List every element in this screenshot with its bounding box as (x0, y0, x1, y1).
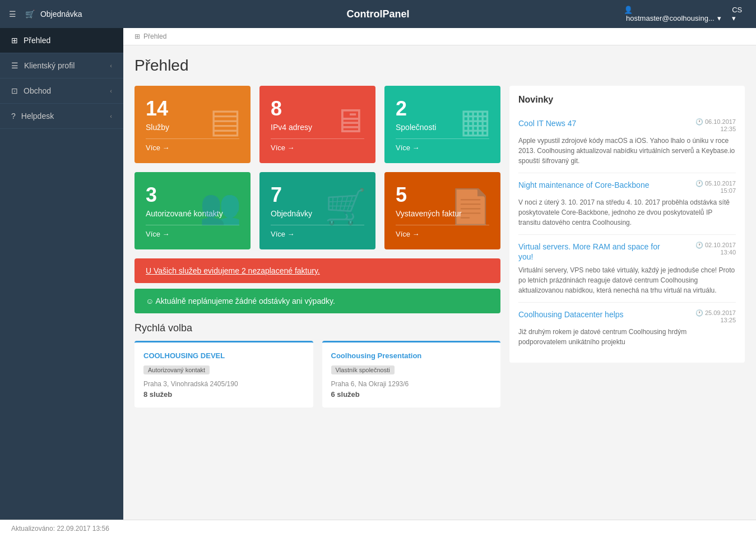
chevron-right-icon: ‹ (110, 113, 112, 119)
quick-cards: COOLHOUSING DEVEL Autorizovaný kontakt P… (134, 341, 500, 408)
two-column-layout: 14 Služby Více → ▤ 8 IPv4 adresy Více → … (134, 86, 745, 408)
user-chevron-icon: ▾ (717, 14, 721, 22)
news-item-1: Night maintenance of Core-Backbone 🕐 05.… (518, 173, 736, 235)
stat-icon: 📄 (449, 187, 491, 226)
stat-icon: ▦ (460, 101, 491, 140)
stat-card-2[interactable]: 2 Společnosti Více → ▦ (384, 86, 500, 163)
sidebar: ⊞ Přehled ☰ Klientský profil ‹ ⊡ Obchod … (0, 28, 123, 520)
topnav-left: ☰ 🛒 Objednávka (9, 10, 132, 18)
invoice-alert-link[interactable]: U Vašich služeb evidujeme 2 nezaplacené … (146, 266, 320, 275)
sidebar-icon: ? (11, 112, 16, 121)
right-column: Novinky Cool IT News 47 🕐 06.10.201712:3… (509, 86, 745, 408)
left-column: 14 Služby Více → ▤ 8 IPv4 adresy Více → … (134, 86, 500, 408)
sidebar-icon: ⊡ (11, 86, 18, 95)
topnav: ☰ 🛒 Objednávka ControlPanel 👤 hostmaster… (0, 0, 756, 28)
quick-card-badge: Autorizovaný kontakt (143, 365, 210, 374)
stat-card-4[interactable]: 7 Objednávky Více → 🛒 (259, 172, 375, 249)
quick-card-address: Praha 6, Na Okraji 1293/6 (331, 380, 492, 388)
breadcrumb: ⊞ Přehled (123, 28, 756, 45)
news-item-2: Virtual servers. More RAM and space for … (518, 235, 736, 303)
breadcrumb-label: Přehled (143, 33, 166, 40)
sidebar-item-prehled[interactable]: ⊞ Přehled (0, 28, 123, 53)
sidebar-icon: ⊞ (11, 36, 18, 45)
main-content: ⊞ Přehled Přehled 14 Služby Více → ▤ 8 I… (123, 28, 756, 520)
sidebar-label: Klientský profil (24, 61, 75, 70)
news-item-3: Coolhousing Datacenter helps 🕐 25.09.201… (518, 303, 736, 354)
stat-card-1[interactable]: 8 IPv4 adresy Více → 🖥 (259, 86, 375, 163)
user-icon: 👤 (624, 6, 633, 14)
clock-icon: 🕐 (695, 180, 703, 187)
sidebar-item-klientsky-profil[interactable]: ☰ Klientský profil ‹ (0, 53, 123, 78)
news-item-link[interactable]: Cool IT News 47 (518, 118, 576, 128)
lang-chevron-icon: ▾ (732, 14, 736, 22)
stat-icon: 🛒 (324, 187, 367, 226)
news-item-link[interactable]: Night maintenance of Core-Backbone (518, 180, 649, 190)
lang-label: CS (732, 6, 742, 14)
footer-updated: Aktualizováno: 22.09.2017 13:56 (11, 525, 109, 533)
sidebar-item-left: ⊞ Přehled (11, 36, 50, 45)
footer: Aktualizováno: 22.09.2017 13:56 (0, 520, 756, 537)
stat-card-3[interactable]: 3 Autorizované kontakty Více → 👥 (134, 172, 251, 249)
sidebar-item-left: ? Helpdesk (11, 112, 54, 121)
cart-icon: 🛒 (25, 10, 35, 18)
stat-more: Více → (146, 138, 239, 152)
sidebar-icon: ☰ (11, 61, 18, 70)
brand-title: ControlPanel (132, 8, 624, 20)
stat-card-0[interactable]: 14 Služby Více → ▤ (134, 86, 251, 163)
stat-icon: ▤ (210, 101, 242, 140)
sidebar-label: Přehled (24, 36, 50, 45)
cart-link[interactable]: 🛒 Objednávka (25, 10, 82, 18)
user-menu[interactable]: 👤 hostmaster@coolhousing... ▾ (624, 6, 725, 22)
chevron-right-icon: ‹ (110, 87, 112, 94)
sidebar-item-helpdesk[interactable]: ? Helpdesk ‹ (0, 104, 123, 129)
clock-icon: 🕐 (695, 242, 703, 248)
news-item-link[interactable]: Virtual servers. More RAM and space for … (518, 242, 671, 262)
content-area: Přehled 14 Služby Více → ▤ 8 IPv4 adresy… (123, 45, 756, 419)
quick-section-title: Rychlá volba (134, 322, 500, 334)
news-item-header: Coolhousing Datacenter helps 🕐 25.09.201… (518, 309, 736, 323)
clock-icon: 🕐 (695, 118, 703, 125)
stat-icon: 🖥 (333, 101, 367, 140)
quick-card-title[interactable]: COOLHOUSING DEVEL (143, 351, 304, 360)
news-item-header: Night maintenance of Core-Backbone 🕐 05.… (518, 180, 736, 194)
quick-card-title[interactable]: Coolhousing Presentation (331, 351, 492, 360)
topnav-right: 👤 hostmaster@coolhousing... ▾ CS ▾ (624, 6, 747, 22)
sidebar-item-left: ⊡ Obchod (11, 86, 51, 95)
news-item-header: Cool IT News 47 🕐 06.10.201712:35 (518, 118, 736, 132)
news-item-0: Cool IT News 47 🕐 06.10.201712:35 Apple … (518, 112, 736, 173)
news-title: Novinky (518, 95, 736, 105)
news-item-text: V noci z úterý 3. 10. 2017 na středu 4. … (518, 197, 736, 228)
user-label: hostmaster@coolhousing... (626, 14, 715, 22)
chevron-right-icon: ‹ (110, 62, 112, 69)
breadcrumb-icon: ⊞ (134, 33, 140, 40)
stat-card-5[interactable]: 5 Vystavených faktur Více → 📄 (384, 172, 500, 249)
news-item-header: Virtual servers. More RAM and space for … (518, 242, 736, 262)
cart-label: Objednávka (40, 10, 82, 18)
layout: ⊞ Přehled ☰ Klientský profil ‹ ⊡ Obchod … (0, 28, 756, 520)
lang-selector[interactable]: CS ▾ (732, 6, 747, 22)
news-item-date: 🕐 02.10.201713:40 (695, 242, 736, 256)
news-item-text: Již druhým rokem je datové centrum Coolh… (518, 327, 736, 347)
sidebar-item-obchod[interactable]: ⊡ Obchod ‹ (0, 78, 123, 104)
news-list: Cool IT News 47 🕐 06.10.201712:35 Apple … (518, 112, 736, 354)
invoice-alert[interactable]: U Vašich služeb evidujeme 2 nezaplacené … (134, 258, 500, 283)
stat-more: Více → (271, 138, 364, 152)
quick-section: Rychlá volba COOLHOUSING DEVEL Autorizov… (134, 322, 500, 408)
stat-more: Více → (146, 225, 239, 238)
menu-icon[interactable]: ☰ (9, 10, 16, 18)
stat-more: Více → (271, 225, 364, 238)
quick-card-services: 6 služeb (331, 390, 492, 399)
news-item-text: Apple vypustil zdrojové kódy macOS a iOS… (518, 136, 736, 166)
news-item-link[interactable]: Coolhousing Datacenter helps (518, 309, 624, 320)
clock-icon: 🕐 (695, 309, 703, 316)
news-item-date: 🕐 25.09.201713:25 (695, 309, 736, 323)
maintenance-text: ☺ Aktuálně neplánujeme žádné odstávky an… (146, 297, 335, 305)
stat-more: Více → (396, 138, 489, 152)
stat-more: Více → (396, 225, 489, 238)
quick-card-address: Praha 3, Vinohradská 2405/190 (143, 380, 304, 388)
news-item-date: 🕐 05.10.201715:07 (695, 180, 736, 194)
maintenance-alert: ☺ Aktuálně neplánujeme žádné odstávky an… (134, 289, 500, 313)
news-item-date: 🕐 06.10.201712:35 (695, 118, 736, 132)
quick-card-1: Coolhousing Presentation Vlastník společ… (322, 341, 501, 408)
sidebar-label: Helpdesk (21, 112, 54, 121)
